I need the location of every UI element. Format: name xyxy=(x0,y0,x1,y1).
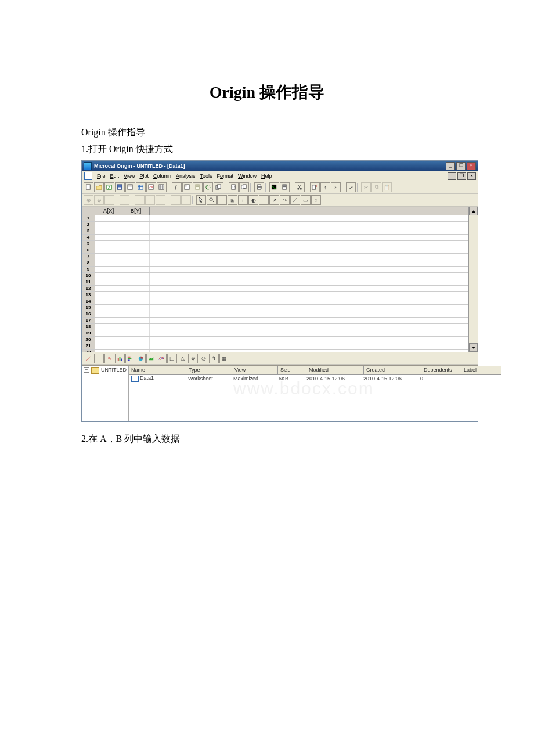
row-header[interactable]: 13 xyxy=(82,292,95,298)
add-column-button[interactable]: + xyxy=(310,182,320,192)
cell[interactable] xyxy=(122,222,150,228)
vector-plot-button[interactable]: ↯ xyxy=(209,354,219,363)
polar-plot-button[interactable]: ⊕ xyxy=(188,354,198,363)
cell[interactable] xyxy=(95,318,122,323)
worksheet-row[interactable]: 20 xyxy=(82,337,468,343)
double-y-button[interactable] xyxy=(157,354,167,363)
worksheet-row[interactable]: 12 xyxy=(82,286,468,292)
pe-col-created[interactable]: Created xyxy=(364,366,421,374)
worksheet-corner[interactable] xyxy=(82,207,95,215)
mdi-close-button[interactable]: × xyxy=(467,172,476,180)
cell[interactable] xyxy=(95,286,122,291)
cell[interactable] xyxy=(122,279,150,285)
tree-toggle-icon[interactable]: − xyxy=(84,367,89,373)
worksheet-row[interactable]: 7 xyxy=(82,254,468,260)
worksheet-row[interactable]: 21 xyxy=(82,343,468,350)
import-multiple-button[interactable] xyxy=(239,182,249,192)
row-header[interactable]: 4 xyxy=(82,235,95,240)
curved-arrow-button[interactable]: ↷ xyxy=(280,195,290,205)
cell[interactable] xyxy=(95,228,122,234)
menu-help[interactable]: Help xyxy=(261,173,272,179)
contour-button[interactable]: ◎ xyxy=(199,354,208,363)
worksheet-row[interactable]: 9 xyxy=(82,267,468,273)
worksheet-row[interactable]: 1 xyxy=(82,215,468,222)
arrow-tool-button[interactable]: ↗ xyxy=(269,195,279,205)
cell[interactable] xyxy=(95,273,122,279)
cell[interactable] xyxy=(122,215,150,221)
worksheet-row[interactable]: 3 xyxy=(82,228,468,235)
worksheet-row[interactable]: 16 xyxy=(82,311,468,318)
menu-window[interactable]: Window xyxy=(238,173,257,179)
worksheet-row[interactable]: 15 xyxy=(82,305,468,311)
worksheet-row[interactable]: 2 xyxy=(82,222,468,228)
row-header[interactable]: 8 xyxy=(82,260,95,266)
3d-bars-button[interactable]: ◫ xyxy=(167,354,177,363)
scroll-up-icon[interactable] xyxy=(469,207,478,215)
menu-tools[interactable]: Tools xyxy=(200,173,212,179)
cell[interactable] xyxy=(95,260,122,266)
row-header[interactable]: 2 xyxy=(82,222,95,228)
pe-col-dependents[interactable]: Dependents xyxy=(421,366,461,374)
pe-root-label[interactable]: UNTITLED xyxy=(101,367,127,420)
menu-analysis[interactable]: Analysis xyxy=(176,173,196,179)
row-header[interactable]: 20 xyxy=(82,337,95,343)
column-a-header[interactable]: A[X] xyxy=(95,207,122,215)
menu-plot[interactable]: Plot xyxy=(139,173,149,179)
sort-button[interactable]: ↕ xyxy=(320,182,330,192)
row-header[interactable]: 6 xyxy=(82,247,95,253)
pe-tree[interactable]: − UNTITLED xyxy=(82,366,129,421)
worksheet-data1[interactable]: A[X] B[Y] 123456789101112131415161718192… xyxy=(82,207,478,352)
refresh-button[interactable] xyxy=(203,182,213,192)
minimize-button[interactable]: _ xyxy=(446,162,455,170)
pointer-button[interactable] xyxy=(196,195,206,205)
line-tool-button[interactable]: ／ xyxy=(290,195,300,205)
cell[interactable] xyxy=(95,215,122,221)
3d-scatter-button[interactable]: △ xyxy=(178,354,187,363)
new-graph-button[interactable] xyxy=(146,182,156,192)
row-header[interactable]: 19 xyxy=(82,330,95,336)
column-b-header[interactable]: B[Y] xyxy=(122,207,150,215)
menu-view[interactable]: View xyxy=(124,173,135,179)
row-header[interactable]: 7 xyxy=(82,254,95,260)
cell[interactable] xyxy=(95,222,122,228)
new-layout-button[interactable] xyxy=(182,182,192,192)
worksheet-row[interactable]: 6 xyxy=(82,247,468,254)
labtalk-button[interactable]: >_ xyxy=(269,182,279,192)
row-header[interactable]: 17 xyxy=(82,318,95,323)
row-header[interactable]: 22 xyxy=(82,350,95,352)
cell[interactable] xyxy=(95,330,122,336)
cell[interactable] xyxy=(122,260,150,266)
cell[interactable] xyxy=(122,330,150,336)
text-tool-button[interactable]: T xyxy=(259,195,269,205)
row-header[interactable]: 1 xyxy=(82,215,95,221)
cell[interactable] xyxy=(122,292,150,298)
new-worksheet-button[interactable] xyxy=(136,182,146,192)
row-header[interactable]: 18 xyxy=(82,324,95,330)
cell[interactable] xyxy=(95,247,122,253)
pe-col-type[interactable]: Type xyxy=(186,366,232,374)
scatter-plot-button[interactable]: ∴ xyxy=(94,354,104,363)
save-template-button[interactable] xyxy=(125,182,135,192)
template-button[interactable]: ▦ xyxy=(219,354,229,363)
row-header[interactable]: 3 xyxy=(82,228,95,234)
worksheet-row[interactable]: 13 xyxy=(82,292,468,298)
worksheet-row[interactable]: 5 xyxy=(82,241,468,247)
cell[interactable] xyxy=(95,298,122,304)
rect-tool-button[interactable]: ▭ xyxy=(301,195,311,205)
open-excel-button[interactable]: X xyxy=(104,182,114,192)
screen-reader-button[interactable]: ⊞ xyxy=(228,195,237,205)
bar-plot-button[interactable] xyxy=(125,354,135,363)
worksheet-row[interactable]: 18 xyxy=(82,324,468,330)
worksheet-row[interactable]: 14 xyxy=(82,298,468,305)
worksheet-row[interactable]: 8 xyxy=(82,260,468,267)
maximize-button[interactable]: ❐ xyxy=(456,162,466,170)
cell[interactable] xyxy=(95,254,122,260)
cell[interactable] xyxy=(95,292,122,298)
cell[interactable] xyxy=(122,311,150,317)
circle-tool-button[interactable]: ○ xyxy=(311,195,321,205)
pe-col-modified[interactable]: Modified xyxy=(306,366,364,374)
new-function-button[interactable]: ƒ xyxy=(172,182,182,192)
row-header[interactable]: 5 xyxy=(82,241,95,247)
line-symbol-button[interactable]: ∿ xyxy=(104,354,114,363)
row-header[interactable]: 10 xyxy=(82,273,95,279)
